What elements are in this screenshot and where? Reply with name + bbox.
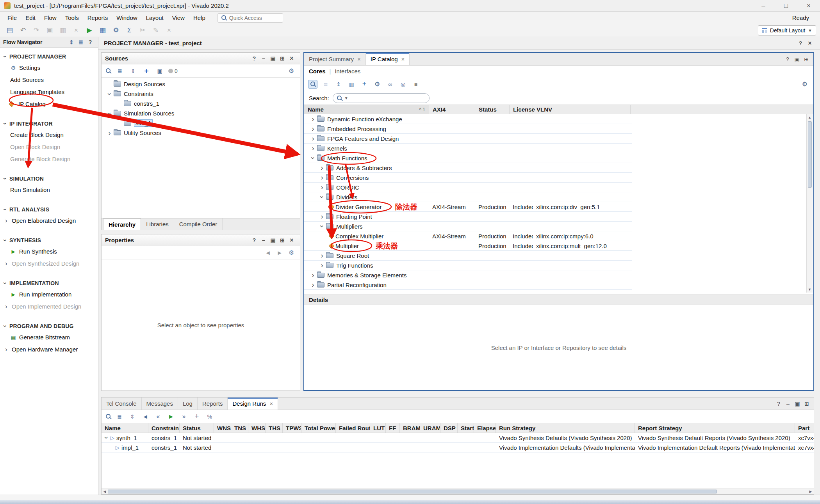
column-header-status[interactable]: Status [475,105,510,114]
close-icon[interactable] [287,54,296,63]
ip-row-fpga-features-and-design[interactable]: ›FPGA Features and Design [304,134,632,144]
flownav-item-run-implementation[interactable]: ▶Run Implementation [0,288,98,300]
minimize-icon[interactable] [259,236,268,245]
menu-view[interactable]: View [168,13,189,23]
sources-item-utility-sources[interactable]: ›Utility Sources [102,128,300,138]
ip-row-trig-functions[interactable]: ›Trig Functions [304,261,632,270]
close-icon[interactable]: × [357,56,361,62]
ip-row-floating-point[interactable]: ›Floating Point [304,212,632,222]
tab-project-summary[interactable]: Project Summary× [304,53,366,65]
flownav-item-run-simulation[interactable]: Run Simulation [0,184,98,196]
create-run-icon[interactable] [192,412,201,421]
chevron-right-icon[interactable]: › [310,125,316,132]
close-icon[interactable]: × [269,400,273,407]
close-icon[interactable] [287,236,296,245]
column-header-constraints[interactable]: Constraints [148,423,180,433]
chevron-right-icon[interactable]: › [319,164,325,171]
menu-file[interactable]: File [3,13,21,23]
minimize-icon[interactable] [259,54,268,63]
flownav-section-header-implementation[interactable]: ›IMPLEMENTATION [0,278,98,288]
ip-row-dividers[interactable]: ›Dividers [304,192,632,202]
stop-icon[interactable] [411,80,421,89]
flownav-item-open-elaborated-design[interactable]: ›Open Elaborated Design [0,215,98,227]
column-header-report-strategy[interactable]: Report Strategy [635,423,795,433]
flownav-section-header-simulation[interactable]: ›SIMULATION [0,174,98,184]
collapse-all-icon[interactable] [115,412,124,421]
expand-all-icon[interactable] [67,38,76,46]
sources-item-design-sources[interactable]: ›Design Sources [102,79,300,89]
flownav-item-open-implemented-design[interactable]: ›Open Implemented Design [0,300,98,312]
ip-row-partial-reconfiguration[interactable]: ›Partial Reconfiguration [304,280,632,290]
quick-access-input[interactable] [229,15,275,21]
step-back-icon[interactable] [153,412,163,421]
collapse-all-icon[interactable] [76,38,86,46]
chevron-right-icon[interactable]: › [310,145,316,152]
close-icon[interactable]: × [401,56,405,62]
layout-selector[interactable]: Default Layout ▼ [758,25,816,35]
flownav-item-ip-catalog[interactable]: IP Catalog [0,98,98,110]
flownav-section-header-ip-integrator[interactable]: ›IP INTEGRATOR [0,119,98,129]
ip-row-cordic[interactable]: ›CORDIC [304,183,632,192]
sources-item-constrs-1[interactable]: ›constrs_1 [102,99,300,108]
ip-row-divider-generator[interactable]: Divider GeneratorAXI4-StreamProductionIn… [304,202,632,212]
float-icon[interactable] [793,399,802,408]
column-header-lut[interactable]: LUT [370,423,386,433]
help-icon[interactable] [250,236,259,245]
tab-tcl-console[interactable]: Tcl Console [102,398,142,410]
sources-tab-hierarchy[interactable]: Hierarchy [103,218,141,230]
flownav-item-open-synthesized-design[interactable]: ›Open Synthesized Design [0,257,98,270]
expand-all-icon[interactable] [128,67,138,75]
filter-icon[interactable] [347,80,356,89]
ip-row-memories-storage-elements[interactable]: ›Memories & Storage Elements [304,270,632,280]
ip-row-adders-subtracters[interactable]: ›Adders & Subtracters [304,163,632,173]
settings-icon[interactable]: ⚙ [110,25,122,35]
redo-icon[interactable]: ↷ [30,25,42,35]
flownav-item-create-block-design[interactable]: Create Block Design [0,129,98,141]
column-header-status[interactable]: Status [180,423,214,433]
menu-reports[interactable]: Reports [83,13,112,23]
menu-window[interactable]: Window [112,13,141,23]
ip-row-conversions[interactable]: ›Conversions [304,173,632,183]
column-header-ff[interactable]: FF [386,423,400,433]
chevron-down-icon[interactable]: › [310,155,317,161]
run-row-impl-1[interactable]: ▷impl_1constrs_1Not startedVivado Implem… [102,443,814,453]
run-icon[interactable]: ▶ [84,25,95,35]
ip-row-square-root[interactable]: ›Square Root [304,251,632,261]
chevron-right-icon[interactable]: › [310,281,316,288]
quick-access-search[interactable] [217,13,283,23]
menu-help[interactable]: Help [189,13,210,23]
vertical-scrollbar[interactable]: ▲ ▼ [806,114,813,293]
column-header-wns[interactable]: WNS [214,423,231,433]
float-icon[interactable] [268,54,278,63]
chevron-down-icon[interactable]: › [106,91,113,97]
tab-messages[interactable]: Messages [142,398,178,410]
subtab-interfaces[interactable]: Interfaces [335,68,360,75]
close-icon[interactable] [805,39,815,48]
save-icon[interactable]: ▤ [4,25,16,35]
customize-ip-icon[interactable] [373,80,382,89]
menu-flow[interactable]: Flow [40,13,61,23]
delete-icon[interactable]: × [70,25,82,35]
expand-all-icon[interactable] [334,80,343,89]
ip-row-embedded-processing[interactable]: ›Embedded Processing [304,124,632,134]
chevron-right-icon[interactable]: › [319,174,325,181]
column-header-whs[interactable]: WHS [248,423,266,433]
column-header-ths[interactable]: THS [266,423,283,433]
tab-design-runs[interactable]: Design Runs× [228,398,278,410]
column-header-start[interactable]: Start [458,423,474,433]
gear-icon[interactable] [287,248,296,257]
target-icon[interactable] [398,80,408,89]
maximize-icon[interactable] [802,55,811,64]
step-forward-icon[interactable] [179,412,189,421]
float-icon[interactable] [792,55,802,64]
flownav-item-language-templates[interactable]: Language Templates [0,86,98,98]
column-header-name[interactable]: Name [102,423,148,433]
board-icon[interactable]: ▦ [97,25,109,35]
column-header-license[interactable]: License [510,105,533,114]
search-icon[interactable] [105,68,111,74]
cancel-icon[interactable]: × [163,25,175,35]
paste-icon[interactable]: ▥ [57,25,69,35]
ip-row-math-functions[interactable]: ›Math Functions [304,153,632,163]
ip-row-complex-multiplier[interactable]: Complex MultiplierAXI4-StreamProductionI… [304,231,632,241]
run-row-synth-1[interactable]: ›▷synth_1constrs_1Not startedVivado Synt… [102,433,814,443]
